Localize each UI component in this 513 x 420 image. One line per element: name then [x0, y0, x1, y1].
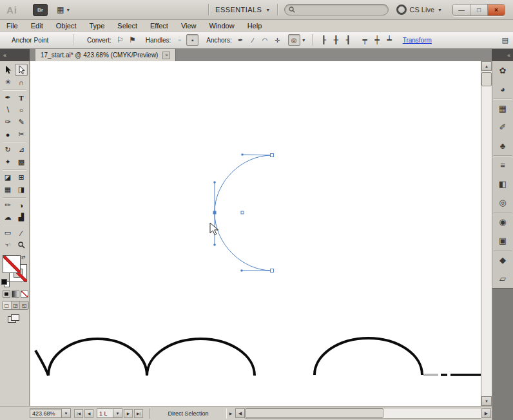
draw-normal-button[interactable]: ▢ — [3, 301, 12, 309]
convert-to-smooth-button[interactable]: ⚑ — [127, 35, 138, 45]
cs-live-button[interactable]: CS Live ▼ — [396, 5, 442, 15]
artboards-panel-button[interactable]: ▱ — [492, 269, 513, 288]
search-box[interactable] — [284, 4, 389, 15]
eyedropper-tool[interactable]: ✏ — [1, 199, 14, 211]
mesh-tool[interactable]: ▦ — [1, 184, 14, 196]
scissors-tool[interactable]: ✂ — [15, 128, 28, 140]
pen-tool[interactable]: ✒ — [1, 91, 14, 104]
panel-menu-icon[interactable]: ▤ — [502, 36, 508, 44]
line-segment-tool[interactable]: ∖ — [1, 104, 14, 116]
horizontal-scroll-track[interactable] — [245, 408, 481, 419]
scroll-up-button[interactable]: ▲ — [481, 61, 492, 71]
cut-path-button[interactable]: ∕ — [247, 35, 258, 45]
vertical-scrollbar[interactable]: ▲ ▼ — [481, 61, 492, 406]
color-guide-panel-button[interactable]: ◕ — [492, 80, 513, 99]
draw-behind-button[interactable]: ◲ — [12, 301, 21, 309]
fill-swatch[interactable] — [3, 256, 20, 272]
color-panel-button[interactable]: ✿ — [492, 61, 513, 80]
dock-collapse-button[interactable]: « — [492, 49, 513, 61]
perspective-grid-tool[interactable]: ⊞ — [15, 171, 28, 184]
pencil-tool[interactable]: ✎ — [15, 116, 28, 128]
scroll-down-button[interactable]: ▼ — [481, 396, 492, 406]
paintbrush-tool[interactable]: ✑ — [1, 116, 14, 128]
align-bottom-button[interactable]: ┷ — [384, 35, 395, 45]
brushes-panel-button[interactable]: ✐ — [492, 118, 513, 137]
symbols-panel-button[interactable]: ♣ — [492, 137, 513, 155]
connect-anchors-button[interactable]: ◠ — [260, 35, 271, 45]
symbol-sprayer-tool[interactable]: ☁ — [1, 211, 14, 224]
hide-handles-button[interactable]: ▪ — [186, 34, 198, 46]
direct-selection-tool[interactable] — [15, 64, 28, 76]
gradient-button[interactable] — [12, 291, 19, 298]
swatches-panel-button[interactable]: ▦ — [492, 99, 513, 118]
menu-window[interactable]: Window — [203, 22, 241, 30]
magic-wand-tool[interactable]: ✳ — [1, 76, 14, 88]
layers-panel-button[interactable]: ◆ — [492, 251, 513, 269]
restore-button[interactable]: □ — [470, 5, 488, 15]
menu-type[interactable]: Type — [83, 22, 111, 30]
scale-tool[interactable]: ⊿ — [15, 144, 28, 156]
none-button[interactable] — [21, 291, 28, 298]
hand-tool[interactable]: ☜ — [1, 239, 14, 251]
default-fill-stroke-icon[interactable] — [1, 279, 9, 287]
horizontal-scroll-thumb[interactable] — [245, 408, 383, 418]
screen-mode-button[interactable] — [8, 314, 18, 322]
lasso-tool[interactable]: ∩ — [15, 76, 28, 88]
column-graph-tool[interactable]: ▟ — [15, 211, 28, 224]
blob-brush-tool[interactable]: ● — [1, 128, 14, 140]
gradient-tool[interactable]: ◨ — [15, 184, 28, 196]
rotate-tool[interactable]: ↻ — [1, 144, 14, 156]
last-artboard-button[interactable]: ▶| — [134, 409, 143, 418]
align-center-button[interactable]: ╂ — [331, 35, 342, 45]
tab-close-icon[interactable]: × — [162, 52, 170, 59]
graphic-styles-panel-button[interactable]: ▣ — [492, 231, 513, 250]
align-middle-button[interactable]: ┿ — [372, 35, 383, 45]
slice-tool[interactable]: ∕ — [15, 227, 28, 239]
artboard-canvas[interactable] — [30, 61, 481, 406]
show-handles-button[interactable]: ▫ — [174, 35, 185, 45]
first-artboard-button[interactable]: |◀ — [74, 409, 83, 418]
isolate-selection-button[interactable]: ◎ — [288, 34, 300, 46]
bridge-button[interactable]: Br — [33, 4, 48, 16]
close-button[interactable]: × — [488, 5, 505, 15]
menu-effect[interactable]: Effect — [144, 22, 175, 30]
zoom-dropdown-button[interactable]: ▼ — [62, 408, 71, 418]
select-anchors-button[interactable]: ✛ — [272, 35, 283, 45]
document-tab[interactable]: 17_start.ai* @ 423.68% (CMYK/Preview) × — [35, 49, 176, 61]
align-top-button[interactable]: ┯ — [360, 35, 371, 45]
free-transform-tool[interactable]: ▩ — [15, 156, 28, 168]
align-left-button[interactable]: ┠ — [318, 35, 329, 45]
shape-builder-tool[interactable]: ◪ — [1, 171, 14, 184]
swap-fill-stroke-icon[interactable]: ⇄ — [21, 254, 26, 260]
artboard-dropdown-button[interactable]: ▼ — [113, 408, 122, 418]
next-artboard-button[interactable]: ▶ — [124, 409, 133, 418]
ellipse-tool[interactable]: ○ — [15, 104, 28, 116]
gradient-panel-button[interactable]: ◧ — [492, 175, 513, 193]
transform-link[interactable]: Transform — [403, 37, 432, 44]
scroll-left-button[interactable]: ◀ — [235, 408, 245, 418]
convert-to-corner-button[interactable]: ⚐ — [115, 35, 126, 45]
menu-view[interactable]: View — [175, 22, 203, 30]
status-menu-button[interactable]: ▶ — [227, 408, 235, 419]
menu-file[interactable]: File — [0, 22, 24, 30]
menu-select[interactable]: Select — [111, 22, 144, 30]
color-button[interactable] — [3, 291, 10, 298]
zoom-tool[interactable] — [15, 239, 28, 251]
type-tool[interactable]: T — [15, 91, 28, 104]
search-input[interactable] — [298, 6, 384, 14]
remove-anchors-button[interactable]: ✒ — [235, 35, 246, 45]
menu-object[interactable]: Object — [50, 22, 83, 30]
menu-edit[interactable]: Edit — [24, 22, 50, 30]
vertical-scroll-thumb[interactable] — [481, 72, 492, 86]
width-tool[interactable]: ✦ — [1, 156, 14, 168]
previous-artboard-button[interactable]: ◀ — [84, 409, 93, 418]
selection-tool[interactable] — [1, 64, 14, 76]
appearance-panel-button[interactable]: ◉ — [492, 213, 513, 231]
horizontal-scrollbar[interactable]: ◀ ▶ — [235, 408, 491, 419]
transparency-panel-button[interactable]: ◎ — [492, 193, 513, 212]
menu-help[interactable]: Help — [241, 22, 269, 30]
workspace-switcher[interactable]: ESSENTIALS ▼ — [215, 6, 270, 14]
blend-tool[interactable]: ◑ — [15, 199, 28, 211]
artboard-navigation-field[interactable]: 1 L — [97, 408, 113, 418]
zoom-level-field[interactable]: 423.68% — [30, 408, 62, 418]
